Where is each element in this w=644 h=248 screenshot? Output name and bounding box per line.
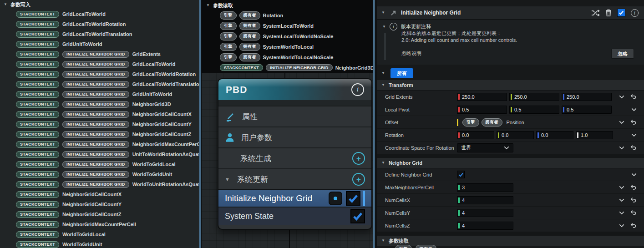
chevron-down-icon[interactable] bbox=[619, 121, 624, 124]
node-group-system-update[interactable]: ▼ 系统更新 + bbox=[218, 168, 371, 189]
value-field[interactable]: 250.0 bbox=[509, 93, 559, 101]
chevron-down-icon[interactable] bbox=[619, 186, 624, 189]
value-field[interactable]: 250.0 bbox=[562, 93, 612, 101]
node-graph-panel[interactable]: ▼ 参数读取 引擎拥有者Rotation引擎拥有者SystemLocalToWo… bbox=[202, 0, 373, 248]
chevron-down-icon[interactable] bbox=[631, 133, 637, 137]
parameter-row[interactable]: STACKCONTEXTINITIALIZE NEIGHBOR GRIDUnit… bbox=[0, 149, 199, 159]
parameter-row[interactable]: STACKCONTEXTNeighborGridCellCountZ bbox=[0, 209, 199, 219]
enabled-checkbox[interactable] bbox=[617, 9, 625, 17]
parameter-row[interactable]: 引擎拥有者SystemWorldToLocalNoScale bbox=[202, 52, 373, 62]
parameter-row[interactable]: STACKCONTEXTWorldToGridLocal bbox=[0, 229, 199, 239]
parameter-reads-header[interactable]: ▼ 参数读取 bbox=[202, 1, 373, 10]
parameter-row[interactable]: STACKCONTEXTGridUnitToWorld bbox=[0, 39, 199, 49]
add-module-icon[interactable]: + bbox=[352, 152, 365, 165]
delete-icon[interactable] bbox=[605, 9, 612, 16]
parameter-row[interactable]: STACKCONTEXTINITIALIZE NEIGHBOR GRIDWorl… bbox=[0, 169, 199, 179]
checkbox[interactable] bbox=[457, 171, 465, 178]
chevron-down-icon[interactable] bbox=[631, 108, 637, 111]
parameter-row[interactable]: STACKCONTEXTINITIALIZE NEIGHBOR GRIDWorl… bbox=[0, 179, 199, 189]
value-field[interactable]: 250.0 bbox=[457, 93, 507, 101]
selection-header[interactable]: ▼ Initialize Neighbor Grid i bbox=[377, 6, 644, 20]
value-field[interactable]: 0.5 bbox=[457, 106, 507, 114]
parameter-writes-header[interactable]: ▼ 参数写入 bbox=[0, 0, 199, 9]
reset-to-default-icon[interactable] bbox=[630, 210, 637, 216]
parameter-row[interactable]: STACKCONTEXTINITIALIZE NEIGHBOR GRIDGrid… bbox=[0, 79, 199, 89]
node-group-system-spawn[interactable]: 系统生成 + bbox=[218, 147, 371, 168]
coordinate-space-select[interactable]: 世界 bbox=[457, 143, 513, 152]
pbd-node-header[interactable]: PBD i bbox=[218, 79, 371, 100]
node-module-initialize-neighbor-grid[interactable]: Initialize Neighbor Grid bbox=[218, 189, 371, 207]
collapse-triangle-icon[interactable]: ▼ bbox=[4, 3, 7, 6]
collapse-triangle-icon[interactable]: ▼ bbox=[382, 25, 386, 29]
collapse-triangle-icon[interactable]: ▼ bbox=[206, 4, 210, 7]
value-field[interactable]: 0.0 bbox=[497, 131, 534, 139]
chevron-down-icon[interactable] bbox=[619, 224, 624, 228]
value-field[interactable]: 4 bbox=[457, 209, 513, 217]
parameter-row[interactable]: 引擎拥有者SystemLocalToWorldNoScale bbox=[202, 31, 373, 41]
parameter-row[interactable]: STACKCONTEXTGridLocalToWorldTranslation bbox=[0, 29, 199, 39]
parameter-row[interactable]: STACKCONTEXTNeighborGridMaxCountPerCell bbox=[0, 219, 199, 229]
ignore-button[interactable]: 忽略 bbox=[611, 49, 634, 59]
parameter-row[interactable]: STACKCONTEXTINITIALIZE NEIGHBOR GRIDWorl… bbox=[0, 159, 199, 169]
node-module-system-state[interactable]: System State bbox=[218, 207, 371, 225]
parameter-row[interactable]: STACKCONTEXTINITIALIZE NEIGHBOR GRIDGrid… bbox=[0, 69, 199, 79]
parameter-row[interactable]: STACKCONTEXTGridLocalToWorldRotation bbox=[0, 19, 199, 29]
pbd-emitter-node[interactable]: PBD i 属性 用户参数 系统生成 + ▼ bbox=[218, 78, 372, 230]
module-enabled-checkbox[interactable] bbox=[350, 209, 365, 223]
filter-all-button[interactable]: 所有 bbox=[390, 68, 413, 78]
reset-to-default-icon[interactable] bbox=[630, 197, 637, 203]
shuffle-version-icon[interactable] bbox=[591, 10, 600, 16]
chevron-down-icon[interactable] bbox=[619, 146, 624, 150]
value-field[interactable]: 3 bbox=[457, 183, 513, 192]
parameter-row[interactable]: STACKCONTEXTNeighborGridCellCountY bbox=[0, 199, 199, 209]
collapse-triangle-icon[interactable]: ▼ bbox=[381, 161, 385, 165]
parameter-row[interactable]: STACKCONTEXTGridLocalToWorld bbox=[0, 9, 199, 19]
scrollbar[interactable] bbox=[199, 0, 201, 248]
chevron-down-icon[interactable] bbox=[619, 198, 624, 202]
parameter-row[interactable]: STACKCONTEXTWorldToGridUnit bbox=[0, 239, 199, 248]
node-item-user-parameters[interactable]: 用户参数 bbox=[218, 127, 371, 147]
reset-to-default-icon[interactable] bbox=[630, 184, 637, 190]
chevron-down-icon[interactable] bbox=[619, 211, 624, 215]
parameter-row[interactable]: STACKCONTEXTINITIALIZE NEIGHBOR GRIDNeig… bbox=[0, 119, 199, 129]
goto-module-icon[interactable] bbox=[390, 10, 396, 16]
collapse-triangle-icon[interactable]: ▼ bbox=[381, 83, 385, 87]
chevron-down-icon[interactable] bbox=[631, 173, 637, 177]
module-enabled-checkbox[interactable] bbox=[346, 191, 360, 206]
value-field[interactable]: 0.0 bbox=[536, 131, 573, 139]
collapse-triangle-icon[interactable]: ▼ bbox=[381, 239, 385, 243]
parameter-row[interactable]: STACKCONTEXTINITIALIZE NEIGHBOR GRIDNeig… bbox=[0, 109, 199, 119]
parameter-row[interactable]: STACKCONTEXTINITIALIZE NEIGHBOR GRIDGrid… bbox=[0, 89, 199, 99]
reset-to-default-icon[interactable] bbox=[630, 145, 637, 151]
parameter-row[interactable]: STACKCONTEXTINITIALIZE NEIGHBOR GRIDNeig… bbox=[202, 62, 373, 73]
value-field[interactable]: 0.0 bbox=[457, 131, 494, 139]
parameter-row[interactable]: STACKCONTEXTINITIALIZE NEIGHBOR GRIDNeig… bbox=[0, 99, 199, 109]
info-icon[interactable]: i bbox=[351, 83, 364, 96]
collapse-triangle-icon[interactable]: ▼ bbox=[381, 71, 385, 75]
parameter-row[interactable]: STACKCONTEXTINITIALIZE NEIGHBOR GRIDGrid… bbox=[0, 49, 199, 59]
value-field[interactable]: 0.5 bbox=[509, 106, 559, 114]
reset-to-default-icon[interactable] bbox=[630, 223, 637, 228]
parameter-row[interactable]: STACKCONTEXTINITIALIZE NEIGHBOR GRIDNeig… bbox=[0, 139, 199, 149]
value-field[interactable]: 4 bbox=[457, 222, 513, 230]
add-module-icon[interactable]: + bbox=[352, 173, 365, 186]
reset-to-default-icon[interactable] bbox=[630, 94, 637, 100]
parameter-row[interactable]: 引擎拥有者SystemWorldToLocal bbox=[202, 41, 373, 52]
value-field[interactable]: 4 bbox=[457, 196, 513, 204]
reset-to-default-icon[interactable] bbox=[630, 119, 637, 125]
section-header[interactable]: ▼Transform bbox=[377, 80, 644, 91]
node-item-properties[interactable]: 属性 bbox=[218, 106, 371, 127]
parameter-row[interactable]: STACKCONTEXTNeighborGridCellCountX bbox=[0, 189, 199, 199]
info-icon[interactable]: i bbox=[631, 9, 639, 17]
parameter-row[interactable]: STACKCONTEXTINITIALIZE NEIGHBOR GRIDNeig… bbox=[0, 129, 199, 139]
section-header[interactable]: ▼Neighbor Grid bbox=[377, 158, 644, 168]
chevron-down-icon[interactable] bbox=[619, 95, 624, 99]
parameter-row[interactable]: 引擎拥有者Rotation bbox=[202, 10, 373, 20]
collapse-triangle-icon[interactable]: ▼ bbox=[381, 11, 385, 15]
value-field[interactable]: 1.0 bbox=[576, 131, 613, 139]
collapse-triangle-icon[interactable]: ▼ bbox=[225, 177, 230, 182]
parameter-row[interactable]: 引擎拥有者SystemLocalToWorld bbox=[202, 20, 373, 31]
isolate-module-button[interactable] bbox=[329, 192, 342, 205]
parameter-row[interactable]: STACKCONTEXTINITIALIZE NEIGHBOR GRIDGrid… bbox=[0, 59, 199, 69]
value-field[interactable]: 0.5 bbox=[562, 106, 612, 114]
